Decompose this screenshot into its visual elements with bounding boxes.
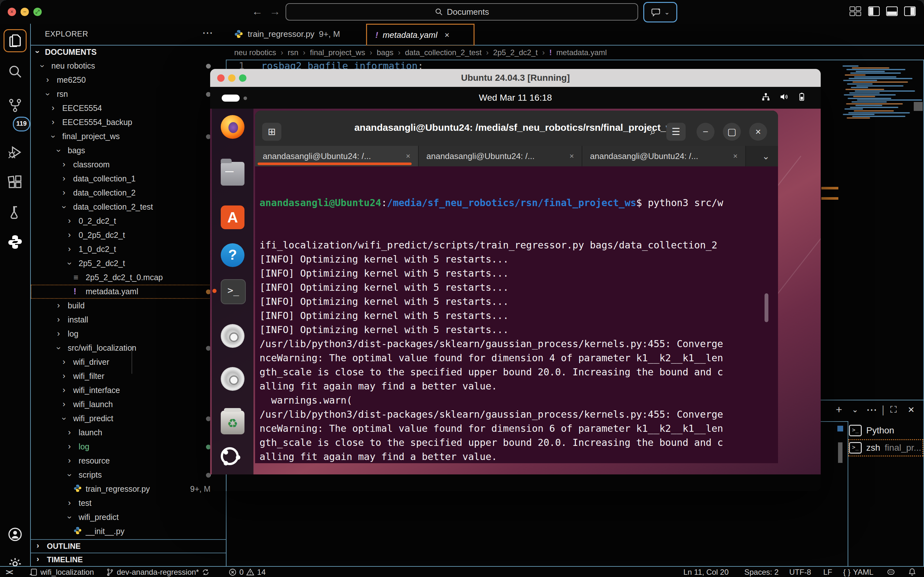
copilot-status[interactable]	[887, 568, 895, 576]
tab-train-regressor[interactable]: train_regressor.py 9+, M	[226, 24, 367, 44]
language-mode[interactable]: { } YAML	[843, 568, 873, 577]
new-terminal-icon[interactable]: +	[836, 403, 842, 416]
chevron-down-icon[interactable]: ⌄	[762, 151, 778, 161]
tree-item-final-project-ws[interactable]: ›final_project_ws	[31, 129, 226, 143]
menu-icon[interactable]: ☰	[666, 123, 686, 141]
tree-item-wifi-filter[interactable]: ›wifi_filter	[31, 369, 226, 384]
breadcrumb-item[interactable]: neu robotics	[234, 48, 276, 57]
close-window-button[interactable]: ×	[8, 8, 16, 16]
tree-item-rsn[interactable]: ›rsn	[31, 87, 226, 101]
cursor-position[interactable]: Ln 11, Col 20	[683, 568, 729, 577]
firefox-icon[interactable]	[221, 115, 244, 139]
tree-item-wifi-predict[interactable]: ›wifi_predict	[31, 412, 226, 426]
sidebar-item-testing[interactable]	[5, 202, 26, 223]
terminal-icon[interactable]: >_	[221, 279, 246, 304]
minimize-window-button[interactable]: −	[21, 8, 29, 16]
vm-title-bar[interactable]: Ubuntu 24.04.3 [Running]	[210, 69, 821, 87]
ubuntu-clock[interactable]: Wed Mar 11 16:18	[210, 93, 821, 103]
breadcrumb-item[interactable]: data_collection_2_test	[405, 48, 481, 57]
tree-item-0-2-dc2-t[interactable]: ›0_2_dc2_t	[31, 214, 226, 228]
tree-item-classroom[interactable]: ›classroom	[31, 158, 226, 172]
tree-item-eece5554[interactable]: ›EECE5554	[31, 101, 226, 115]
sidebar-item-extensions[interactable]	[5, 172, 26, 193]
maximize-icon[interactable]: ▢	[723, 123, 741, 141]
ubuntu-system-icons[interactable]	[761, 92, 806, 102]
ubuntu-logo-icon[interactable]	[221, 447, 239, 465]
tree-item-log[interactable]: ›log	[31, 327, 226, 341]
eol[interactable]: LF	[823, 568, 832, 577]
terminal-list-item-python[interactable]: >_ Python	[849, 422, 923, 438]
toggle-panel-icon[interactable]	[886, 6, 898, 16]
tree-item-wifi-predict[interactable]: ›wifi_predict	[31, 510, 226, 524]
close-icon[interactable]: ×	[749, 123, 767, 141]
tab-metadata-yaml[interactable]: ! metadata.yaml ×	[366, 24, 475, 46]
tree-item-1-0-dc2-t[interactable]: ›1_0_dc2_t	[31, 242, 226, 256]
tree-item-data-collection-2-test[interactable]: ›data_collection_2_test	[31, 200, 226, 214]
terminal-tab[interactable]: anandasangli@Ubuntu24: /...×	[255, 146, 419, 166]
terminal-header[interactable]: ⊞ anandasangli@Ubuntu24: /media/sf_neu_r…	[255, 111, 778, 146]
more-actions-icon[interactable]: ⋯	[202, 26, 213, 39]
terminal-list-item-zsh[interactable]: >_ zsh final_pr...	[849, 440, 923, 456]
scrollbar-thumb[interactable]	[838, 442, 843, 463]
notifications[interactable]	[908, 568, 916, 576]
tree-item-resource[interactable]: ›resource	[31, 454, 226, 468]
sidebar-item-source-control[interactable]	[5, 95, 26, 116]
tree-item-eece5554-backup[interactable]: ›EECE5554_backup	[31, 115, 226, 129]
terminal-scrollbar[interactable]	[764, 293, 768, 322]
tree-item-train-regressor-py[interactable]: train_regressor.py9+, M	[31, 482, 226, 496]
workspace-indicator[interactable]: wifi_localization	[29, 568, 94, 577]
close-icon[interactable]: ×	[733, 152, 738, 161]
sidebar-item-explorer[interactable]	[5, 30, 26, 51]
terminal-tab[interactable]: anandasangli@Ubuntu24: /...×	[582, 146, 746, 166]
breadcrumb-item[interactable]: bags	[376, 48, 393, 57]
disc-icon[interactable]	[221, 367, 244, 391]
close-icon[interactable]: ×	[444, 30, 449, 40]
tree-item-2p5-2-dc2-t[interactable]: ›2p5_2_dc2_t	[31, 256, 226, 271]
vm-window[interactable]: Ubuntu 24.04.3 [Running] Wed Mar 11 16:1…	[210, 69, 821, 491]
toggle-secondary-sidebar-icon[interactable]	[904, 6, 916, 16]
close-icon[interactable]: ×	[569, 152, 574, 161]
sync-icon[interactable]	[202, 568, 210, 576]
tree-item-neu-robotics[interactable]: ›neu robotics	[31, 59, 226, 73]
breadcrumb-item[interactable]: 2p5_2_dc2_t	[493, 48, 538, 57]
section-outline[interactable]: › OUTLINE	[31, 539, 226, 553]
maximize-panel-icon[interactable]: ⛶	[890, 405, 897, 415]
back-arrow[interactable]: ←	[252, 5, 263, 18]
minimap-slider[interactable]	[914, 102, 923, 111]
disc-icon[interactable]	[221, 324, 244, 348]
sidebar-item-python[interactable]	[5, 231, 26, 253]
git-branch-indicator[interactable]: ✳ dev-ananda-regression*	[106, 568, 210, 577]
tree-item-me6250[interactable]: ›me6250	[31, 73, 226, 87]
remote-indicator[interactable]: ><	[6, 568, 11, 577]
tree-item-src-wifi-localization[interactable]: ›src/wifi_localization	[31, 341, 226, 355]
tree-item-log[interactable]: ›log	[31, 440, 226, 454]
chevron-down-icon[interactable]: ⌄	[852, 405, 858, 414]
copilot-menu-button[interactable]: ⌄	[643, 2, 677, 23]
breadcrumb-item[interactable]: metadata.yaml	[556, 48, 607, 57]
gnome-terminal-window[interactable]: ⊞ anandasangli@Ubuntu24: /media/sf_neu_r…	[255, 111, 778, 463]
minimap[interactable]	[840, 65, 914, 120]
tree-item-2p5-2-dc2-t-0-mcap[interactable]: ≡2p5_2_dc2_t_0.mcap	[31, 271, 226, 285]
terminal-output[interactable]: anandasangli@Ubuntu24:/media/sf_neu_robo…	[260, 168, 773, 463]
terminal-tab[interactable]: anandasangli@Ubuntu24: /...×	[419, 146, 582, 166]
software-store-icon[interactable]: A	[221, 205, 244, 229]
tree-item-metadata-yaml[interactable]: !metadata.yaml	[31, 285, 226, 299]
help-icon[interactable]: ?	[221, 243, 244, 267]
close-panel-icon[interactable]: ×	[908, 403, 914, 416]
breadcrumb-item[interactable]: final_project_ws	[310, 48, 365, 57]
more-icon[interactable]: ⋯	[866, 403, 877, 416]
files-icon[interactable]	[221, 162, 244, 185]
toggle-primary-sidebar-icon[interactable]	[868, 6, 880, 16]
tree-item-0-2p5-dc2-t[interactable]: ›0_2p5_dc2_t	[31, 228, 226, 242]
trash-icon[interactable]: ♻	[221, 411, 244, 434]
tree-item-scripts[interactable]: ›scripts	[31, 468, 226, 482]
tree-item-build[interactable]: ›build	[31, 299, 226, 313]
customize-layout-icon[interactable]	[850, 6, 861, 16]
tree-item-test[interactable]: ›test	[31, 496, 226, 510]
forward-arrow[interactable]: →	[270, 5, 280, 18]
account-button[interactable]	[5, 524, 26, 545]
search-icon[interactable]: ⌕	[644, 123, 662, 141]
tree-item-wifi-driver[interactable]: ›wifi_driver	[31, 355, 226, 369]
breadcrumb[interactable]: neu robotics›rsn›final_project_ws›bags›d…	[226, 45, 924, 60]
zoom-window-button[interactable]: ⤢	[33, 8, 42, 16]
